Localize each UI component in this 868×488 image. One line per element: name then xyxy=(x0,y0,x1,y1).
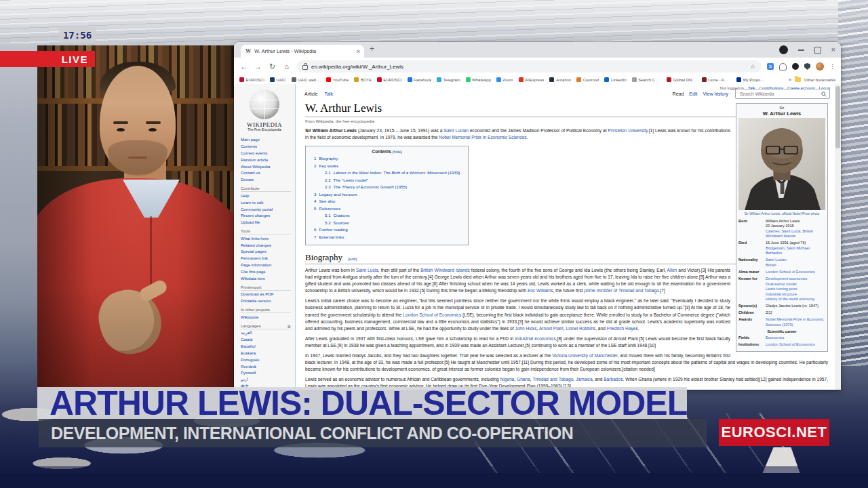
bookmark-item[interactable]: Facebook xyxy=(408,77,432,82)
sidebar-group-header: Tools xyxy=(241,229,291,235)
bookmark-item[interactable]: My Proposal(s) xyxy=(736,77,766,82)
browser-menu-icon[interactable]: ⋮ xyxy=(829,63,835,70)
bookmark-item[interactable]: UAIC xyxy=(270,77,286,82)
browser-theme-icon[interactable] xyxy=(779,45,788,54)
toc-item[interactable]: 5.2Sources xyxy=(314,220,460,227)
toc-item[interactable]: 7External links xyxy=(314,234,460,241)
sidebar-link[interactable]: Page information xyxy=(241,262,291,269)
sidebar-link[interactable]: Català xyxy=(241,337,291,344)
sidebar-link[interactable]: What links here xyxy=(241,236,291,243)
toc-item[interactable]: 1Biography xyxy=(314,155,460,163)
bookmark-item[interactable]: Lione - ARA - Alme... xyxy=(702,77,732,82)
sidebar-link[interactable]: Română xyxy=(241,364,291,371)
toc-item[interactable]: 4See also xyxy=(314,198,460,205)
bookmark-item[interactable]: EUROSCI xyxy=(377,77,402,82)
bookmark-item[interactable]: Global DNS Propag... xyxy=(667,77,696,82)
sidebar-link[interactable]: Download as PDF xyxy=(241,291,291,298)
sidebar-link[interactable]: Current events xyxy=(241,150,291,157)
bookmark-favicon xyxy=(667,77,671,82)
sidebar-link[interactable]: Community portal xyxy=(241,207,291,214)
toc-item[interactable]: 2.1Labour in the West Indies: The Birth … xyxy=(314,169,460,177)
sidebar-link[interactable]: Printable version xyxy=(241,298,291,305)
browser-scrollbar[interactable] xyxy=(835,84,841,390)
bookmark-item[interactable]: Coolmod xyxy=(576,77,599,82)
browser-tab[interactable]: W W. Arthur Lewis - Wikipedia × xyxy=(241,45,364,58)
sidebar-link[interactable]: Wikiquote xyxy=(241,314,291,321)
darkreader-extension-icon[interactable] xyxy=(792,63,799,70)
tab-edit[interactable]: Edit xyxy=(689,92,697,96)
sidebar-link[interactable]: Help xyxy=(241,193,291,200)
back-icon[interactable]: ← xyxy=(239,62,248,70)
toc-item[interactable]: 2.2The "Lewis model" xyxy=(314,177,460,184)
bookmarks-overflow-icon[interactable]: » xyxy=(789,77,791,83)
tab-read[interactable]: Read xyxy=(673,92,684,96)
window-maximize-button[interactable] xyxy=(814,47,821,54)
bookmark-item[interactable]: YouTube xyxy=(326,77,349,82)
tab-view-history[interactable]: View history xyxy=(703,92,728,96)
tab-talk[interactable]: Talk xyxy=(324,92,332,96)
sidebar-link[interactable]: Euskara xyxy=(241,350,291,357)
toc-item[interactable]: 6Further reading xyxy=(314,226,460,234)
sidebar-link[interactable]: Donate xyxy=(241,177,291,184)
translate-icon[interactable]: a xyxy=(767,63,774,70)
bookmark-item[interactable]: Amazon xyxy=(549,77,571,82)
toc-item[interactable]: 2Key works xyxy=(314,163,460,170)
home-icon[interactable]: ⌂ xyxy=(282,62,291,70)
wiki-search-box[interactable] xyxy=(735,89,830,99)
sidebar-link[interactable]: Permanent link xyxy=(241,256,291,262)
bookmark-item[interactable]: AliExpress xyxy=(519,77,545,82)
sidebar-link[interactable]: Recent changes xyxy=(241,213,291,220)
toc-item[interactable]: 5References xyxy=(314,205,460,213)
bookmark-item[interactable]: Telegram xyxy=(437,77,460,82)
bookmark-item[interactable]: LinkedIn xyxy=(604,77,626,82)
sidebar-link[interactable]: Random article xyxy=(241,157,291,164)
sidebar-link[interactable]: Русский xyxy=(241,370,291,377)
window-minimize-button[interactable] xyxy=(798,49,804,51)
bookmark-item[interactable]: Zoom xyxy=(496,77,513,82)
new-tab-button[interactable]: + xyxy=(370,44,374,54)
search-icon[interactable] xyxy=(821,92,827,97)
sidebar-link[interactable]: Cite this page xyxy=(241,269,291,276)
reload-icon[interactable]: ↻ xyxy=(268,62,277,71)
bookmark-favicon xyxy=(519,77,524,82)
adblock-extension-icon[interactable] xyxy=(804,63,810,70)
bookmark-item[interactable]: WhatsApp xyxy=(466,77,491,82)
scrollbar-thumb[interactable] xyxy=(835,86,840,148)
sidebar-link[interactable]: Português xyxy=(241,357,291,364)
window-close-button[interactable]: × xyxy=(831,46,835,54)
tab-close-icon[interactable]: × xyxy=(357,48,360,55)
notifications-icon[interactable] xyxy=(779,63,787,70)
sidebar-link[interactable]: Contents xyxy=(241,144,291,150)
bookmark-item[interactable]: EUROSCI xyxy=(239,77,264,82)
search-input[interactable] xyxy=(738,91,819,97)
sidebar-link[interactable]: Wikidata item xyxy=(241,276,291,283)
gear-icon[interactable]: ⚙ xyxy=(288,324,291,329)
bookmark-item[interactable]: UAIC webmail xyxy=(292,77,321,82)
portrait-photo[interactable] xyxy=(738,118,825,210)
toc-item[interactable]: 2.3The Theory of Economic Growth (1955) xyxy=(314,184,460,191)
bookmark-item[interactable]: Search Console - Se... xyxy=(632,77,662,82)
bookmark-item[interactable]: BOTA xyxy=(354,77,371,82)
tab-article[interactable]: Article xyxy=(304,92,317,96)
sidebar-link[interactable]: About Wikipedia xyxy=(241,164,291,171)
address-bar[interactable]: en.wikipedia.org/wiki/W._Arthur_Lewis ☆ xyxy=(296,60,762,73)
sidebar-link[interactable]: العربية xyxy=(241,330,291,337)
bookmark-star-icon[interactable]: ☆ xyxy=(750,63,755,70)
sidebar-link[interactable]: Upload file xyxy=(241,220,291,226)
forward-icon[interactable]: → xyxy=(254,62,262,70)
profile-avatar[interactable] xyxy=(816,62,824,70)
other-bookmarks-button[interactable]: Other bookmarks xyxy=(804,78,835,82)
sidebar-link[interactable]: Español xyxy=(241,344,291,350)
sidebar-link[interactable]: Related changes xyxy=(241,243,291,249)
toc-hide-toggle[interactable]: [hide] xyxy=(393,150,402,154)
wikipedia-globe-logo[interactable] xyxy=(250,89,279,119)
sidebar-link[interactable]: Learn to edit xyxy=(241,200,291,207)
toc-item[interactable]: 3Legacy and honours xyxy=(314,191,460,199)
bookmark-favicon xyxy=(437,77,441,82)
sidebar-link[interactable]: Special pages xyxy=(241,249,291,256)
sidebar-link[interactable]: Contact us xyxy=(241,170,291,177)
sidebar-link[interactable]: Main page xyxy=(241,137,291,144)
toc-item[interactable]: 5.1Citations xyxy=(314,212,460,220)
edit-section-link[interactable]: [edit] xyxy=(348,257,357,261)
webcam-vignette xyxy=(37,45,234,390)
